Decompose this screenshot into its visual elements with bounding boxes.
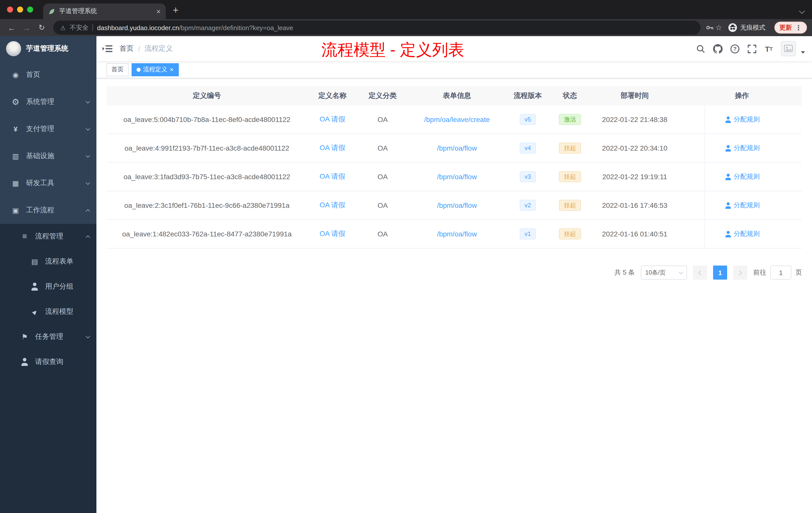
column-header: 操作 (704, 91, 802, 100)
menu-item-label: 系统管理 (26, 97, 54, 107)
sidebar-submenu-item[interactable]: 流程表单 (0, 249, 96, 274)
page-size-select[interactable]: 10条/页 (641, 266, 687, 280)
assign-rule-label: 分配规则 (734, 144, 760, 153)
hamburger-icon[interactable] (96, 44, 119, 53)
definition-id: oa_leave:3:1fad3d93-7b75-11ec-a3c8-acde4… (107, 173, 307, 181)
tab-strip: 芋道管理系统 (0, 0, 812, 19)
sidebar-menu-item[interactable]: 支付管理 (0, 116, 96, 143)
sidebar-submenu-item[interactable]: 请假查询 (0, 350, 96, 374)
avatar[interactable] (781, 41, 796, 56)
page-unit-label: 页 (795, 268, 802, 277)
main-area: 首页 / 流程定义 流程模型 - 定义列表 ? (96, 36, 812, 513)
menu-icon (11, 124, 20, 133)
sidebar-top-menu: 首页 系统管理 支付管理 (0, 61, 96, 224)
sidebar-submenu-item[interactable]: 用户分组 (0, 274, 96, 299)
menu-icon (20, 332, 29, 341)
update-button[interactable]: 更新 (774, 22, 807, 34)
github-icon[interactable] (713, 44, 723, 54)
definition-name-link[interactable]: OA 请假 (320, 201, 346, 210)
status-badge: 挂起 (559, 200, 581, 211)
chevron-icon (86, 126, 90, 130)
goto-page: 前往 页 (753, 266, 802, 280)
font-size-icon[interactable] (764, 44, 774, 54)
search-icon[interactable] (696, 44, 705, 54)
menu-icon (30, 282, 39, 291)
sidebar-menu-item[interactable]: 首页 (0, 61, 96, 88)
breadcrumb-current: 流程定义 (145, 44, 173, 53)
assign-rule-link[interactable]: 分配规则 (725, 115, 760, 124)
deploy-time: 2022-01-22 20:34:10 (590, 144, 679, 152)
sidebar-menu-item[interactable]: 研发工具 (0, 170, 96, 197)
reload-button[interactable] (35, 23, 48, 32)
tab-close-icon[interactable] (156, 7, 161, 16)
warning-icon (60, 23, 66, 32)
minimize-window-button[interactable] (17, 6, 23, 12)
definition-name-link[interactable]: OA 请假 (320, 115, 346, 124)
deploy-time: 2022-01-16 01:40:51 (590, 230, 679, 238)
menu-item-label: 用户分组 (45, 282, 73, 291)
sidebar-logo[interactable]: 芋道管理系统 (0, 36, 96, 61)
tag-home[interactable]: 首页 (107, 63, 128, 76)
definition-category: OA (357, 201, 408, 209)
assign-rule-link[interactable]: 分配规则 (725, 172, 760, 181)
security-label: 不安全 (70, 23, 89, 32)
definition-id: oa_leave:4:991f2193-7b7f-11ec-a3c8-acde4… (107, 144, 307, 152)
zoom-window-button[interactable] (27, 6, 33, 12)
tag-active[interactable]: 流程定义 (132, 63, 178, 76)
status-badge: 挂起 (559, 143, 581, 154)
fullscreen-icon[interactable] (747, 44, 757, 54)
tag-label: 首页 (112, 65, 123, 74)
key-icon[interactable] (705, 24, 713, 32)
divider (93, 24, 93, 31)
column-header: 定义分类 (357, 91, 408, 100)
sidebar-menu-item[interactable]: 系统管理 (0, 88, 96, 116)
form-link[interactable]: /bpm/oa/leave/create (424, 116, 490, 123)
user-icon (725, 202, 731, 209)
browser-menu-icon[interactable] (795, 23, 802, 32)
browser-tab[interactable]: 芋道管理系统 (43, 3, 166, 19)
page-number-button[interactable]: 1 (713, 266, 727, 280)
prev-page-button[interactable] (693, 266, 707, 280)
status-badge: 挂起 (559, 229, 581, 239)
menu-item-label: 请假查询 (35, 357, 63, 366)
assign-rule-link[interactable]: 分配规则 (725, 144, 760, 153)
breadcrumb-home[interactable]: 首页 (119, 44, 134, 53)
help-icon[interactable]: ? (730, 44, 740, 54)
next-page-button[interactable] (733, 266, 747, 280)
user-icon (725, 174, 731, 180)
sidebar-submenu-item[interactable]: 任务管理 (0, 324, 96, 350)
tab-search-chevron-icon[interactable] (799, 8, 805, 14)
sidebar-submenu-item[interactable]: 流程管理 (0, 224, 96, 249)
column-header: 部署时间 (590, 91, 679, 100)
goto-page-input[interactable] (770, 266, 791, 280)
back-button[interactable] (5, 23, 18, 32)
address-bar[interactable]: 不安全 dashboard.yudao.iocoder.cn/bpm/manag… (53, 21, 700, 35)
close-window-button[interactable] (7, 6, 13, 12)
version-tag: v1 (520, 229, 536, 239)
forward-button[interactable] (20, 23, 33, 32)
table-row: oa_leave:4:991f2193-7b7f-11ec-a3c8-acde4… (107, 134, 802, 163)
sidebar-submenu-item[interactable]: 流程模型 (0, 299, 96, 324)
chevron-left-icon (698, 270, 703, 275)
incognito-label: 无痕模式 (740, 23, 765, 32)
tag-close-icon[interactable] (170, 66, 174, 73)
assign-rule-link[interactable]: 分配规则 (725, 201, 760, 210)
menu-item-label: 工作流程 (26, 206, 54, 215)
bookmark-star-icon[interactable] (715, 23, 722, 32)
assign-rule-link[interactable]: 分配规则 (725, 230, 760, 238)
new-tab-button[interactable] (173, 4, 178, 16)
deploy-time: 2022-01-22 19:19:11 (590, 173, 679, 181)
form-link[interactable]: /bpm/oa/flow (437, 173, 477, 181)
menu-icon (11, 206, 20, 215)
sidebar-menu-item[interactable]: 基础设施 (0, 143, 96, 170)
form-link[interactable]: /bpm/oa/flow (437, 144, 477, 152)
sidebar-menu-item[interactable]: 工作流程 (0, 197, 96, 224)
form-link[interactable]: /bpm/oa/flow (437, 201, 477, 209)
url-host: dashboard.yudao.iocoder.cn (97, 24, 179, 31)
avatar-caret-icon[interactable] (801, 51, 805, 54)
definition-name-link[interactable]: OA 请假 (320, 172, 346, 181)
menu-icon (11, 152, 20, 161)
definition-name-link[interactable]: OA 请假 (320, 144, 346, 153)
definition-name-link[interactable]: OA 请假 (320, 230, 346, 238)
form-link[interactable]: /bpm/oa/flow (437, 230, 477, 238)
